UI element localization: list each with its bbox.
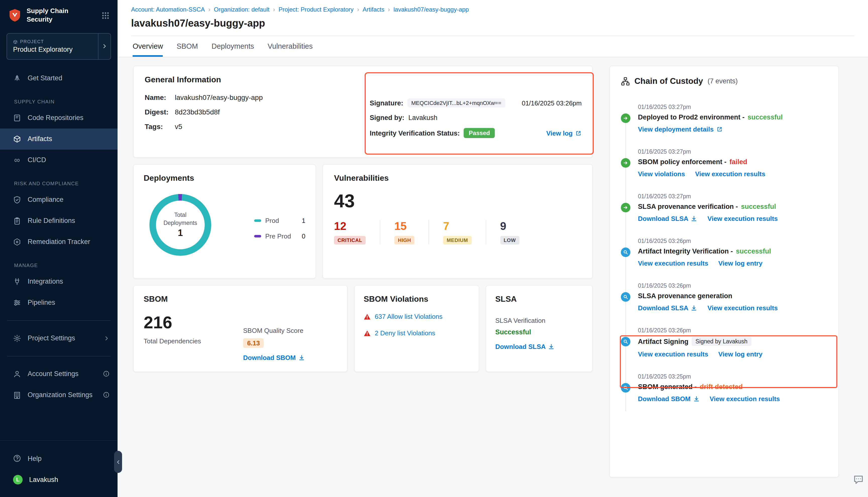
card-title: Deployments <box>144 174 305 183</box>
signed-by-label: Signed by: <box>370 114 404 122</box>
low-label: LOW <box>500 236 519 244</box>
sidebar-item-help[interactable]: Help <box>0 448 117 469</box>
sidebar-item-code-repositories[interactable]: Code Repositories <box>0 108 117 129</box>
deployments-donut-chart: Total Deployments 1 <box>147 192 213 258</box>
critical-count: 12 <box>334 220 366 233</box>
allow-list-violations-link[interactable]: 637 Allow list Violations <box>375 313 443 320</box>
breadcrumb-artifact-name[interactable]: lavakush07/easy-buggy-app <box>394 6 469 13</box>
sidebar-divider <box>7 320 111 321</box>
sidebar-collapse-handle[interactable] <box>114 451 122 473</box>
signature-value: MEQCICde2VjIT...bL+2+mqnOXw== <box>407 98 505 108</box>
sidebar-item-label: Remediation Tracker <box>28 238 90 246</box>
download-slsa-link[interactable]: Download SLSA <box>638 304 698 312</box>
project-selector-expand[interactable] <box>98 34 111 59</box>
view-execution-results-link[interactable]: View execution results <box>638 351 708 358</box>
gear-icon <box>13 334 21 342</box>
tab-deployments[interactable]: Deployments <box>211 42 254 57</box>
sidebar-item-artifacts[interactable]: Artifacts <box>0 129 117 150</box>
high-label: HIGH <box>394 236 415 244</box>
view-log-link[interactable]: View log <box>546 129 582 137</box>
sidebar-item-label: Rule Definitions <box>28 217 75 225</box>
download-sbom-link[interactable]: Download SBOM <box>243 354 305 361</box>
hexagon-icon <box>13 238 21 246</box>
tags-label: Tags: <box>145 123 175 130</box>
sidebar-item-get-started[interactable]: Get Started <box>0 68 117 89</box>
digest-value: 8d23bd3b5d8f <box>175 108 220 116</box>
download-icon <box>548 343 555 350</box>
chain-of-custody-card: Chain of Custody (7 events) 01/16/2025 0… <box>609 66 839 478</box>
view-execution-results-link[interactable]: View execution results <box>710 395 780 403</box>
signed-by-value: Lavakush <box>408 114 437 122</box>
sbom-violations-card: SBOM Violations 637 Allow list Violation… <box>354 285 479 372</box>
sidebar-item-rule-definitions[interactable]: Rule Definitions <box>0 210 117 231</box>
deny-list-violations-link[interactable]: 2 Deny list Violations <box>375 329 435 337</box>
pipeline-event-icon <box>621 203 630 212</box>
chain-event-artifact-signing: 01/16/2025 03:26pm Artifact Signing Sign… <box>638 327 827 358</box>
signature-block: Signature: MEQCICde2VjIT...bL+2+mqnOXw==… <box>370 98 582 145</box>
view-log-entry-link[interactable]: View log entry <box>718 351 762 358</box>
download-slsa-link[interactable]: Download SLSA <box>495 343 555 351</box>
event-title: SLSA provenance generation <box>638 292 732 300</box>
download-slsa-link[interactable]: Download SLSA <box>638 215 698 223</box>
pipeline-event-icon <box>621 158 630 168</box>
chain-events-count: (7 events) <box>708 77 738 85</box>
sbom-total: 216 <box>144 313 337 332</box>
view-deployment-details-link[interactable]: View deployment details <box>638 126 723 133</box>
event-timestamp: 01/16/2025 03:27pm <box>638 104 827 110</box>
view-execution-results-link[interactable]: View execution results <box>638 259 708 267</box>
sidebar-section-manage: MANAGE <box>14 262 117 268</box>
event-title: SBOM policy enforcement - <box>638 158 727 166</box>
sidebar-item-label: Compliance <box>28 196 64 203</box>
breadcrumb-separator: › <box>357 6 359 13</box>
chevron-right-icon <box>103 335 110 341</box>
legend-value: 1 <box>302 217 305 224</box>
sidebar-item-user[interactable]: L Lavakush <box>0 469 117 490</box>
sidebar-item-account-settings[interactable]: Account Settings <box>0 364 117 385</box>
download-sbom-link[interactable]: Download SBOM <box>638 395 699 403</box>
sidebar-item-label: Artifacts <box>28 135 52 143</box>
download-icon <box>298 354 305 361</box>
general-information-card: General Information Name:lavakush07/easy… <box>133 66 593 158</box>
chain-event-slsa-verification: 01/16/2025 03:27pm SLSA provenance verif… <box>638 193 827 223</box>
view-execution-results-link[interactable]: View execution results <box>708 215 778 223</box>
sidebar-item-cicd[interactable]: ∞ CI/CD <box>0 150 117 171</box>
breadcrumb-organization[interactable]: Organization: default <box>214 6 270 13</box>
tab-vulnerabilities[interactable]: Vulnerabilities <box>268 42 313 57</box>
sbom-event-icon <box>621 383 630 393</box>
view-log-entry-link[interactable]: View log entry <box>718 259 762 267</box>
sidebar-item-compliance[interactable]: Compliance <box>0 189 117 210</box>
sidebar-item-integrations[interactable]: Integrations <box>0 271 117 292</box>
page-title: lavakush07/easy-buggy-app <box>131 17 854 36</box>
sidebar-section-risk-compliance: RISK AND COMPLIANCE <box>14 181 117 186</box>
event-title: Artifact Signing <box>638 338 688 345</box>
verification-event-icon <box>621 247 630 257</box>
breadcrumb-artifacts[interactable]: Artifacts <box>363 6 384 13</box>
severity-medium: 7 MEDIUM <box>429 220 486 244</box>
card-title: General Information <box>145 75 581 84</box>
view-violations-link[interactable]: View violations <box>638 170 685 178</box>
module-grid-icon[interactable] <box>101 12 110 19</box>
sidebar-item-pipelines[interactable]: Pipelines <box>0 292 117 313</box>
donut-center-value: 1 <box>178 228 183 239</box>
support-chat-icon[interactable] <box>853 474 864 485</box>
event-title: Artifact Integrity Verification - <box>638 247 733 255</box>
signature-label: Signature: <box>370 99 403 107</box>
name-value: lavakush07/easy-buggy-app <box>175 94 263 101</box>
info-icon[interactable] <box>103 371 110 377</box>
event-status: successful <box>748 113 783 121</box>
signature-timestamp: 01/16/2025 03:26pm <box>522 99 582 107</box>
tab-sbom[interactable]: SBOM <box>177 42 198 57</box>
sidebar-item-remediation-tracker[interactable]: Remediation Tracker <box>0 231 117 253</box>
breadcrumb-project[interactable]: Project: Product Exploratory <box>279 6 354 13</box>
event-timestamp: 01/16/2025 03:26pm <box>638 327 827 333</box>
integrity-status-badge: Passed <box>464 128 495 138</box>
info-icon[interactable] <box>103 392 110 398</box>
tab-overview[interactable]: Overview <box>132 42 163 57</box>
project-selector[interactable]: PROJECT Product Exploratory <box>6 33 111 60</box>
view-execution-results-link[interactable]: View execution results <box>695 170 765 178</box>
sidebar-item-project-settings[interactable]: Project Settings <box>0 328 117 349</box>
view-execution-results-link[interactable]: View execution results <box>708 304 778 312</box>
breadcrumb-account[interactable]: Account: Automation-SSCA <box>131 6 205 13</box>
sidebar-item-organization-settings[interactable]: Organization Settings <box>0 385 117 406</box>
deployments-card: Deployments Total Deployments 1 <box>133 164 316 279</box>
